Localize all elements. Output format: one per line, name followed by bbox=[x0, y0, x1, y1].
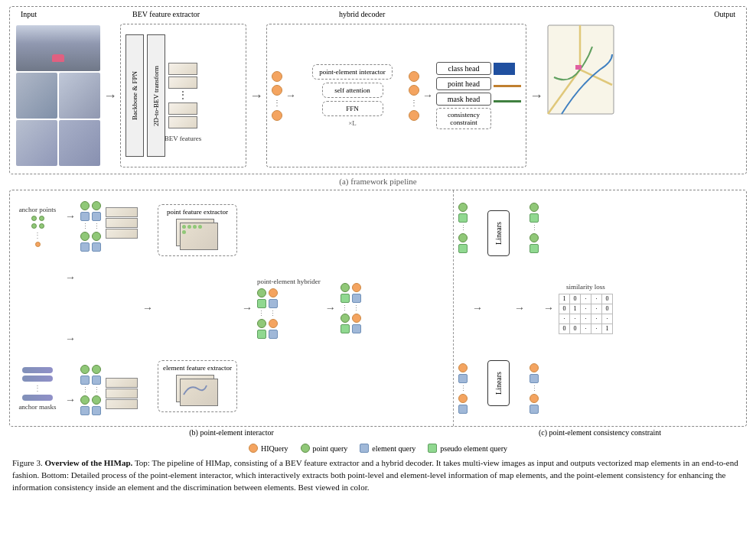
heads-column: class head point head mask head consiste… bbox=[436, 62, 521, 129]
framework-caption: (a) framework pipeline bbox=[9, 176, 747, 187]
arrow-circles-to-pei: → bbox=[285, 89, 296, 102]
sm-1-5: 0 bbox=[602, 294, 613, 304]
point-feat-visual bbox=[176, 219, 219, 252]
cosb1 bbox=[530, 374, 539, 383]
anchor-dot-row-3 bbox=[35, 242, 41, 247]
anchor-pts-dots: ⋮ bbox=[34, 231, 41, 239]
cic-top: ⋮ bbox=[458, 203, 468, 253]
anchor-points-group: anchor points ⋮ bbox=[15, 206, 60, 247]
sm-3-5: · bbox=[602, 314, 613, 324]
ofc-d2: ⋮ bbox=[353, 304, 360, 312]
ofc-d1: ⋮ bbox=[341, 304, 348, 312]
pf-dot-5 bbox=[182, 230, 186, 234]
main-container: Input BEV feature extractor hybrid decod… bbox=[0, 0, 756, 543]
legend-hiq-label: HIQuery bbox=[261, 444, 288, 453]
sm-2-3: · bbox=[581, 304, 591, 314]
self-attention-box: self attention bbox=[322, 83, 383, 98]
cosb2 bbox=[530, 405, 539, 414]
hfc-sg1 bbox=[257, 299, 266, 308]
mcs-5 bbox=[106, 389, 138, 398]
anchor-dot-green-4 bbox=[39, 223, 44, 229]
arrow-decoder-to-heads: → bbox=[422, 89, 433, 102]
decoder-center: point-element interactor self attention … bbox=[299, 64, 406, 127]
caption-prefix: Figure 3. bbox=[12, 458, 44, 467]
fc-dots-1: ⋮ bbox=[82, 223, 89, 230]
ofc-sb1 bbox=[352, 294, 361, 303]
co2 bbox=[458, 394, 468, 403]
fc-green-5 bbox=[80, 365, 90, 374]
top-diagram: Input BEV feature extractor hybrid decod… bbox=[9, 6, 747, 174]
sm-3-1: · bbox=[559, 314, 570, 324]
anchor-mask-dots: ⋮ bbox=[34, 384, 41, 392]
hfc-o2 bbox=[269, 319, 278, 328]
hfc-g2 bbox=[257, 319, 266, 328]
ofc-sb2 bbox=[352, 324, 361, 333]
fc-green-3 bbox=[92, 201, 101, 210]
caption-bold: Overview of the HIMap. bbox=[44, 458, 132, 467]
fc-sq-blue-6 bbox=[80, 406, 90, 415]
arrow-masks-1: → bbox=[65, 333, 76, 345]
arrow-bev-to-decoder: → bbox=[249, 88, 263, 104]
cube-3 bbox=[168, 102, 197, 115]
sm-4-1: 0 bbox=[559, 324, 570, 333]
point-head-box: point head bbox=[436, 77, 491, 90]
2d-bev-transform-block: 2D-to-BEV transform bbox=[147, 34, 165, 157]
hfc-2: ⋮ bbox=[269, 288, 278, 339]
sm-2-1: 0 bbox=[559, 304, 570, 314]
sm-2-5: 0 bbox=[602, 304, 613, 314]
pf-dots bbox=[182, 225, 205, 234]
sm-2-4: · bbox=[591, 304, 602, 314]
sm-1-3: · bbox=[581, 294, 591, 304]
legend-row: HIQuery point query element query pseudo… bbox=[9, 441, 747, 454]
cic-t1: ⋮ bbox=[458, 203, 468, 253]
circle-orange-2 bbox=[272, 85, 282, 96]
hybrider-feat-cols: ⋮ ⋮ bbox=[257, 288, 321, 339]
cic-b1: ⋮ bbox=[458, 363, 468, 414]
feat-col-3: ⋮ bbox=[80, 365, 90, 415]
coc-t1: ⋮ bbox=[530, 203, 539, 253]
anchor-dot-green-3 bbox=[31, 223, 37, 229]
cg1 bbox=[458, 203, 468, 212]
mask-head-visual bbox=[494, 100, 521, 102]
fc-green-4 bbox=[92, 232, 101, 241]
ofc-o2 bbox=[352, 314, 361, 323]
legend-pq-label: point query bbox=[313, 444, 348, 453]
hfc-sb1 bbox=[269, 299, 278, 308]
sim-matrix-table: 1 0 · · 0 0 1 · · 0 bbox=[559, 294, 613, 334]
legend-peq-label: pseudo element query bbox=[440, 444, 507, 453]
mcs-2 bbox=[106, 218, 138, 228]
similarity-loss-label: similarity loss bbox=[566, 283, 605, 291]
pf-dot-1 bbox=[182, 225, 186, 229]
cic-bottom: ⋮ bbox=[458, 363, 468, 414]
sm-2-2: 1 bbox=[570, 304, 581, 314]
mask-wave-3 bbox=[22, 395, 53, 401]
hybrider-label: point-element hybrider bbox=[257, 278, 321, 285]
cube-1 bbox=[168, 63, 197, 75]
bottom-left-interactor: anchor points ⋮ bbox=[10, 190, 454, 426]
sim-row-4: 0 0 · · 1 bbox=[559, 324, 613, 333]
output-map-svg bbox=[546, 24, 615, 165]
input-circles: ⋮ bbox=[272, 71, 282, 121]
fc-green-7 bbox=[92, 365, 101, 374]
ef-curve-svg bbox=[182, 381, 208, 398]
hybrid-decoder-label: hybrid decoder bbox=[339, 10, 385, 18]
fc-sq-blue-5 bbox=[80, 376, 90, 385]
feat-col-pair-bottom: ⋮ ⋮ bbox=[80, 365, 101, 415]
cog2 bbox=[530, 233, 539, 242]
sm-1-1: 1 bbox=[559, 294, 570, 304]
legend-hiq-icon bbox=[249, 444, 258, 453]
fc-dots-2: ⋮ bbox=[93, 223, 100, 230]
mcs-4 bbox=[106, 378, 138, 388]
bev-feature-cubes: ⋮ BEV features bbox=[168, 63, 197, 128]
hfc-sg2 bbox=[257, 330, 266, 339]
fc-sq-blue-3 bbox=[92, 212, 101, 221]
legend-eq-icon bbox=[360, 444, 369, 453]
fc-green-1 bbox=[80, 201, 90, 210]
feat-col-1: ⋮ bbox=[80, 201, 90, 252]
hfc-d1: ⋮ bbox=[258, 310, 265, 317]
arrow-masks-2: → bbox=[65, 394, 76, 406]
figure-caption: Figure 3. Overview of the HIMap. Top: Th… bbox=[9, 456, 747, 496]
point-element-interactor-box: point-element interactor bbox=[312, 64, 393, 80]
cd1: ⋮ bbox=[460, 224, 467, 232]
class-head-box: class head bbox=[436, 62, 491, 75]
